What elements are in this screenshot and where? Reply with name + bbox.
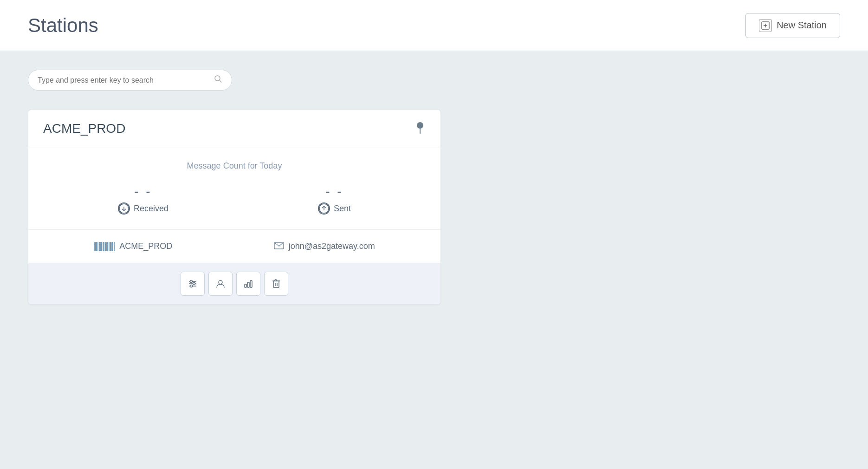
received-dashes: - - <box>134 185 152 198</box>
pin-icon[interactable] <box>415 121 426 137</box>
svg-rect-19 <box>245 284 246 287</box>
svg-point-17 <box>190 285 193 287</box>
barcode-item: ACME_PROD <box>94 241 172 251</box>
svg-point-15 <box>190 280 193 283</box>
message-stats: - - Received - - <box>43 185 426 215</box>
email-icon <box>274 241 284 252</box>
barcode-icon <box>94 242 115 251</box>
sent-stat: - - Sent <box>318 185 351 215</box>
svg-rect-21 <box>250 280 252 287</box>
svg-line-4 <box>220 80 221 82</box>
new-station-label: New Station <box>777 20 827 31</box>
svg-point-3 <box>215 76 220 81</box>
received-icon <box>118 202 130 215</box>
search-container <box>28 70 840 91</box>
card-info-row: ACME_PROD john@as2gateway.com <box>28 230 440 263</box>
received-text: Received <box>134 204 168 214</box>
station-card: ACME_PROD Message Count for Today - - <box>28 109 441 305</box>
page-header: Stations New Station <box>0 0 868 51</box>
email-item: john@as2gateway.com <box>274 241 375 252</box>
svg-rect-20 <box>247 282 249 287</box>
sent-dashes: - - <box>325 185 343 198</box>
users-button[interactable] <box>208 272 233 296</box>
settings-button[interactable] <box>181 272 205 296</box>
svg-point-5 <box>417 122 423 129</box>
message-count-title: Message Count for Today <box>43 161 426 171</box>
received-label: Received <box>118 202 168 215</box>
content-area: ACME_PROD Message Count for Today - - <box>0 51 868 323</box>
new-station-button[interactable]: New Station <box>745 13 840 38</box>
search-input-wrapper <box>28 70 232 91</box>
search-icon <box>214 75 222 85</box>
search-input[interactable] <box>38 76 209 85</box>
email-text: john@as2gateway.com <box>289 241 375 251</box>
sent-text: Sent <box>334 204 351 214</box>
card-header: ACME_PROD <box>28 110 440 148</box>
svg-point-18 <box>219 280 222 284</box>
statistics-button[interactable] <box>236 272 260 296</box>
card-actions <box>28 263 440 304</box>
delete-button[interactable] <box>264 272 288 296</box>
barcode-label: ACME_PROD <box>119 241 172 251</box>
svg-point-16 <box>193 283 195 285</box>
message-count-section: Message Count for Today - - Receiv <box>28 148 440 230</box>
page-title: Stations <box>28 14 745 37</box>
plus-square-icon <box>759 19 772 32</box>
sent-icon <box>318 202 330 215</box>
svg-rect-23 <box>273 281 279 287</box>
received-stat: - - Received <box>118 185 168 215</box>
station-name: ACME_PROD <box>43 121 125 136</box>
sent-label: Sent <box>318 202 351 215</box>
